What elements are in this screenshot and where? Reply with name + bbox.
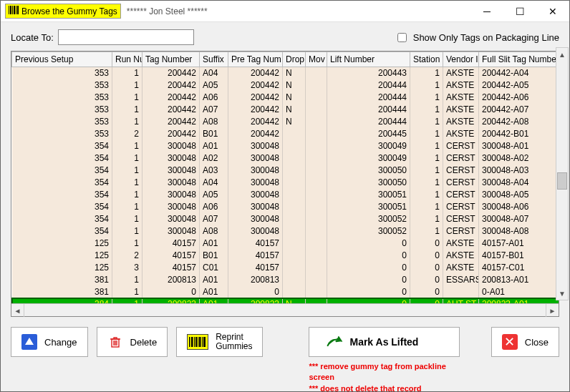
cell-suf[interactable]: C01 (200, 262, 228, 274)
cell-run[interactable]: 1 (112, 104, 142, 116)
cell-tag[interactable]: 300048 (142, 140, 200, 152)
cell-run[interactable]: 1 (112, 92, 142, 104)
cell-suf[interactable]: A04 (200, 67, 228, 79)
col-full-slit[interactable]: Full Slit Tag Number (479, 52, 559, 67)
cell-sta[interactable]: 0 (410, 286, 443, 298)
cell-tag[interactable]: 300048 (142, 165, 200, 177)
cell-suf[interactable]: A01 (200, 274, 228, 286)
cell-drop[interactable]: N (283, 116, 306, 128)
col-mov[interactable]: Mov (306, 52, 327, 67)
cell-lift[interactable]: 200444 (327, 92, 410, 104)
table-row[interactable]: 3532200442B012004422004451AKSTE200442-B0… (12, 128, 559, 140)
table-row[interactable]: 3541300048A073000483000521CERST300048-A0… (12, 213, 559, 225)
cell-sta[interactable]: 1 (410, 225, 443, 237)
cell-tag[interactable]: 200823 (142, 298, 200, 304)
cell-ven[interactable]: AKSTE (443, 128, 479, 140)
cell-ven[interactable]: CERST (443, 201, 479, 213)
cell-lift[interactable]: 0 (327, 274, 410, 286)
cell-mov[interactable] (306, 286, 327, 298)
cell-lift[interactable]: 300051 (327, 201, 410, 213)
col-previous-setup[interactable]: Previous Setup (12, 52, 112, 67)
cell-lift[interactable]: 300050 (327, 165, 410, 177)
cell-suf[interactable]: A01 (200, 298, 228, 304)
cell-suf[interactable]: B01 (200, 250, 228, 262)
cell-drop[interactable]: N (283, 79, 306, 92)
cell-full[interactable]: 40157-B01 (479, 250, 559, 262)
cell-pre[interactable]: 40157 (228, 262, 283, 274)
cell-tag[interactable]: 40157 (142, 250, 200, 262)
cell-full[interactable]: 200813-A01 (479, 274, 559, 286)
cell-sta[interactable]: 0 (410, 274, 443, 286)
cell-run[interactable]: 1 (112, 67, 142, 79)
cell-pre[interactable]: 200442 (228, 67, 283, 79)
cell-ven[interactable]: CERST (443, 213, 479, 225)
cell-lift[interactable]: 300049 (327, 152, 410, 165)
cell-lift[interactable]: 0 (327, 298, 410, 304)
cell-full[interactable]: 300048-A03 (479, 165, 559, 177)
cell-mov[interactable] (306, 237, 327, 250)
cell-tag[interactable]: 40157 (142, 237, 200, 250)
cell-full[interactable]: 200442-A04 (479, 67, 559, 79)
table-row[interactable]: 125340157C014015700AKSTE40157-C01. (12, 262, 559, 274)
cell-prev[interactable]: 354 (12, 225, 112, 237)
cell-drop[interactable] (283, 152, 306, 165)
cell-sta[interactable]: 1 (410, 79, 443, 92)
cell-sta[interactable]: 1 (410, 128, 443, 140)
cell-lift[interactable]: 0 (327, 250, 410, 262)
close-window-button[interactable]: ✕ (536, 1, 569, 22)
table-row[interactable]: 3541300048A013000483000491CERST300048-A0… (12, 140, 559, 152)
cell-full[interactable]: 40157-C01 (479, 262, 559, 274)
cell-suf[interactable]: A06 (200, 201, 228, 213)
cell-drop[interactable] (283, 189, 306, 201)
cell-mov[interactable] (306, 213, 327, 225)
cell-ven[interactable]: AKSTE (443, 92, 479, 104)
table-row[interactable]: 3541300048A023000483000491CERST300048-A0… (12, 152, 559, 165)
vertical-scrollbar[interactable]: ▲ ▼ (556, 47, 569, 300)
cell-ven[interactable]: CERST (443, 225, 479, 237)
cell-mov[interactable] (306, 177, 327, 189)
cell-tag[interactable]: 200442 (142, 79, 200, 92)
cell-lift[interactable]: 300051 (327, 189, 410, 201)
cell-full[interactable]: 300048-A01 (479, 140, 559, 152)
cell-drop[interactable] (283, 274, 306, 286)
cell-ven[interactable]: AKSTE (443, 104, 479, 116)
cell-lift[interactable]: 300052 (327, 225, 410, 237)
cell-lift[interactable]: 0 (327, 262, 410, 274)
cell-drop[interactable] (283, 128, 306, 140)
scroll-left-icon[interactable]: ◄ (11, 304, 24, 317)
cell-mov[interactable] (306, 152, 327, 165)
table-row[interactable]: 3541300048A053000483000511CERST300048-A0… (12, 189, 559, 201)
cell-mov[interactable] (306, 165, 327, 177)
cell-mov[interactable] (306, 116, 327, 128)
table-row[interactable]: 3531200442A06200442N2004441AKSTE200442-A… (12, 92, 559, 104)
cell-sta[interactable]: 1 (410, 116, 443, 128)
cell-suf[interactable]: A07 (200, 213, 228, 225)
cell-mov[interactable] (306, 92, 327, 104)
cell-pre[interactable]: 300048 (228, 213, 283, 225)
cell-run[interactable]: 1 (112, 298, 142, 304)
cell-full[interactable]: 40157-A01 (479, 237, 559, 250)
col-vendor[interactable]: Vendor I (443, 52, 479, 67)
cell-sta[interactable]: 1 (410, 152, 443, 165)
table-row[interactable]: 3811200813A0120081300ESSARS200813-A01. (12, 274, 559, 286)
cell-drop[interactable] (283, 225, 306, 237)
cell-suf[interactable]: A04 (200, 177, 228, 189)
cell-mov[interactable] (306, 79, 327, 92)
cell-full[interactable]: 200442-A07 (479, 104, 559, 116)
delete-button[interactable]: Delete (97, 327, 168, 357)
cell-full[interactable]: 300048-A06 (479, 201, 559, 213)
cell-tag[interactable]: 200442 (142, 92, 200, 104)
cell-prev[interactable]: 381 (12, 286, 112, 298)
cell-prev[interactable]: 353 (12, 92, 112, 104)
table-row[interactable]: 3531200442A05200442N2004441AKSTE200442-A… (12, 79, 559, 92)
cell-full[interactable]: 300048-A07 (479, 213, 559, 225)
cell-tag[interactable]: 200813 (142, 274, 200, 286)
cell-ven[interactable]: CERST (443, 165, 479, 177)
cell-ven[interactable]: AKSTE (443, 79, 479, 92)
cell-full[interactable]: 300048-A08 (479, 225, 559, 237)
cell-run[interactable]: 3 (112, 262, 142, 274)
cell-ven[interactable]: AUT ST (443, 298, 479, 304)
col-pre-tag-num[interactable]: Pre Tag Num (228, 52, 283, 67)
cell-lift[interactable]: 0 (327, 237, 410, 250)
cell-sta[interactable]: 0 (410, 250, 443, 262)
